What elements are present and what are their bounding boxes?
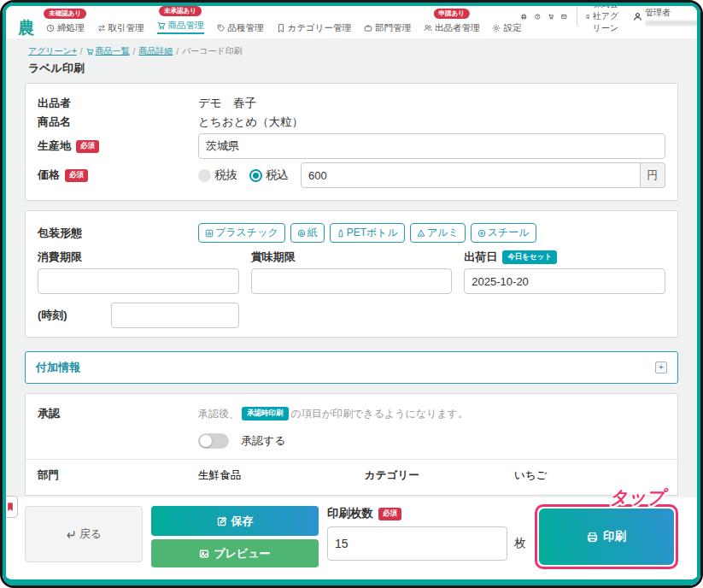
print-button[interactable]: 印刷 — [539, 509, 674, 565]
expiry-input[interactable] — [38, 268, 239, 294]
category-value: いちご — [514, 468, 547, 483]
annotation-outline: 印刷 — [535, 504, 678, 569]
packaging-plastic-button[interactable]: プラスチック — [198, 223, 285, 243]
best-before-input[interactable] — [251, 268, 453, 294]
unapproved-badge: 未承認あり — [159, 6, 202, 16]
breadcrumb-product-list[interactable]: 商品一覧 — [86, 45, 130, 57]
approve-toggle-label: 承認する — [241, 433, 286, 449]
nav-item-shuppinsha[interactable]: 申請あり 出品者管理 — [424, 14, 480, 34]
additional-info-title: 付加情報 — [36, 360, 80, 375]
preview-button[interactable]: プレビュー — [151, 539, 319, 567]
nav-item-category[interactable]: カテゴリー管理 — [277, 14, 351, 34]
application-badge: 申請あり — [434, 9, 470, 19]
required-badge: 必須 — [76, 140, 99, 153]
cart-icon — [157, 21, 166, 30]
bookmark-icon — [6, 503, 15, 511]
ship-date-label: 出荷日 今日をセット — [464, 250, 665, 265]
packaging-aluminum-button[interactable]: アルミ — [410, 223, 466, 243]
back-button[interactable]: 戻る — [25, 506, 143, 562]
mail-icon[interactable] — [561, 10, 567, 23]
origin-label: 生産地 必須 — [38, 138, 198, 154]
main-content: アグリーン+ / 商品一覧 / 商品詳細 / バーコード印刷 ラベル印刷 出品者… — [6, 38, 697, 497]
radio-selected-icon — [249, 169, 262, 182]
expiry-label: 消費期限 — [38, 250, 239, 265]
nav-item-shime[interactable]: 未確認あり 締処理 — [46, 14, 85, 34]
best-before-label: 賞味期限 — [251, 250, 453, 265]
basic-info-panel: 出品者 デモ 春子 商品名 とちおとめ（大粒） 生産地 必須 価格 必須 — [25, 83, 678, 201]
company-account[interactable]: 株式会社アグリーン — [586, 3, 625, 34]
copies-label: 印刷枚数 必須 — [327, 506, 526, 521]
breadcrumb-product-detail[interactable]: 商品詳細 — [138, 45, 173, 57]
print-button-highlight: タップ 印刷 — [535, 504, 678, 569]
printer-icon[interactable] — [521, 10, 527, 23]
exchange-icon — [97, 24, 106, 32]
department-label: 部門 — [38, 468, 198, 483]
nav-item-settings[interactable]: 設定 — [492, 14, 521, 34]
pet-bottle-icon — [337, 229, 345, 238]
category-label: カテゴリー — [365, 468, 514, 483]
unconfirmed-badge: 未確認あり — [44, 9, 86, 19]
window-frame: 農 未確認あり 締処理 取引管理 未承認あり 商品管理 品種管理 — [0, 0, 703, 588]
department-category-row: 部門 生鮮食品 カテゴリー いちご — [26, 459, 677, 486]
tax-excluded-radio[interactable]: 税抜 — [198, 168, 237, 183]
app-window: 農 未確認あり 締処理 取引管理 未承認あり 商品管理 品種管理 — [3, 3, 700, 585]
price-input[interactable] — [301, 162, 641, 188]
set-today-button[interactable]: 今日をセット — [502, 250, 557, 264]
breadcrumb-current: バーコード印刷 — [182, 45, 243, 57]
expand-icon[interactable]: + — [655, 362, 667, 373]
additional-info-panel[interactable]: 付加情報 + — [25, 351, 678, 384]
nav-item-torihiki[interactable]: 取引管理 — [97, 14, 144, 34]
save-button[interactable]: 保存 — [151, 506, 319, 536]
aluminum-recycle-icon — [417, 229, 425, 238]
cart-icon[interactable] — [548, 10, 554, 23]
copies-input[interactable] — [327, 526, 507, 561]
preview-icon — [199, 549, 209, 559]
printer-icon — [587, 532, 598, 543]
breadcrumb: アグリーン+ / 商品一覧 / 商品詳細 / バーコード印刷 — [6, 38, 697, 57]
radio-unselected-icon — [198, 169, 211, 182]
tax-included-radio[interactable]: 税込 — [249, 168, 289, 183]
ship-date-input[interactable] — [464, 268, 665, 294]
product-name-value: とちおとめ（大粒） — [198, 115, 665, 130]
building-icon — [586, 12, 590, 21]
packaging-pet-button[interactable]: PETボトル — [330, 223, 405, 243]
nav-item-shohin[interactable]: 未承認あり 商品管理 — [157, 11, 204, 34]
navbar-right: 株式会社アグリーン 管理者 ログアウト — [521, 3, 700, 34]
clock-icon — [46, 24, 55, 32]
approval-panel: 承認 承認後、 承認時印刷 の項目が印刷できるようになります。 承認する 部門 … — [25, 393, 678, 496]
packaging-label: 包装形態 — [38, 226, 198, 241]
product-name-label: 商品名 — [38, 115, 198, 130]
page-title: ラベル印刷 — [6, 57, 697, 83]
approve-toggle[interactable] — [198, 433, 229, 449]
cart-icon — [86, 48, 94, 56]
top-navbar: 農 未確認あり 締処理 取引管理 未承認あり 商品管理 品種管理 — [6, 6, 697, 38]
help-icon[interactable] — [535, 10, 541, 23]
nav-item-hinshu[interactable]: 品種管理 — [217, 14, 264, 34]
packaging-paper-button[interactable]: 紙 — [290, 223, 325, 243]
seller-value: デモ 春子 — [198, 96, 665, 111]
approval-print-badge: 承認時印刷 — [242, 407, 289, 420]
paper-recycle-icon — [297, 229, 306, 238]
seller-label: 出品者 — [38, 96, 198, 111]
tap-annotation: タップ — [610, 485, 665, 509]
packaging-steel-button[interactable]: スチール — [471, 223, 536, 243]
required-badge: 必須 — [65, 169, 88, 182]
nav-item-bumon[interactable]: 部門管理 — [364, 14, 411, 34]
origin-input[interactable] — [198, 133, 665, 159]
users-icon — [424, 24, 432, 32]
print-copies-group: 印刷枚数 必須 枚 — [327, 506, 526, 561]
copies-unit: 枚 — [514, 536, 526, 551]
user-account[interactable]: 管理者 — [633, 7, 700, 26]
price-unit: 円 — [641, 162, 666, 188]
redacted-text — [645, 21, 700, 26]
app-logo[interactable]: 農 — [18, 20, 34, 36]
side-bookmark-tab[interactable] — [3, 496, 18, 518]
time-label: (時刻) — [38, 308, 99, 323]
time-input[interactable] — [111, 303, 239, 328]
breadcrumb-home[interactable]: アグリーン+ — [28, 45, 77, 57]
required-badge: 必須 — [378, 508, 401, 520]
price-label: 価格 必須 — [38, 168, 198, 183]
save-preview-group: 保存 プレビュー — [151, 506, 319, 567]
edit-icon — [217, 516, 227, 526]
approval-label: 承認 — [38, 406, 198, 421]
